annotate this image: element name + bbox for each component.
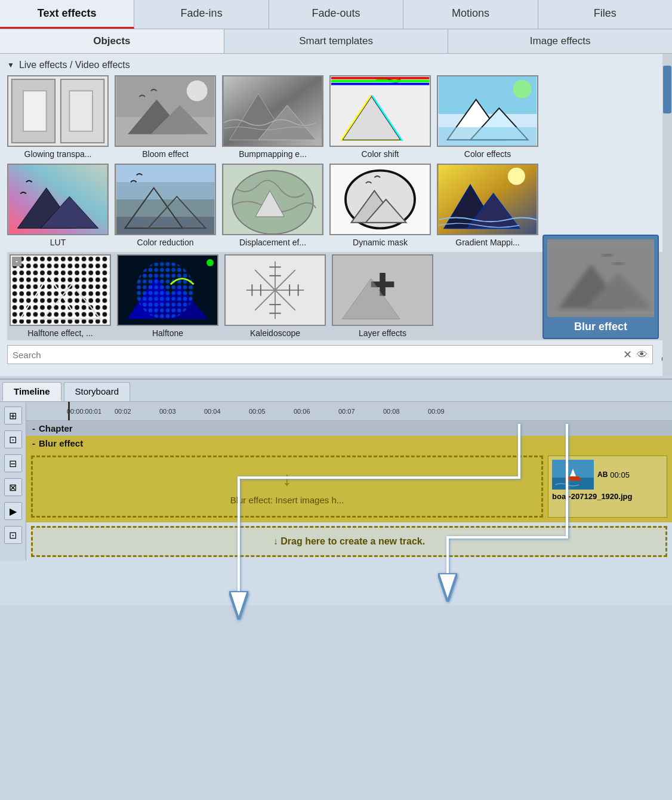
ab-icon: AB bbox=[597, 470, 608, 479]
toolbar-icon-4[interactable]: ⊠ bbox=[4, 478, 22, 496]
section-header: ▼ Live effects / Video effects bbox=[7, 54, 665, 75]
blur-popup-label: Blur effect bbox=[547, 317, 654, 334]
search-bar: ✕ 👁 bbox=[7, 345, 653, 364]
minus-icon[interactable]: - bbox=[12, 257, 21, 266]
effect-gradientmapping[interactable]: Gradient Mappi... bbox=[437, 164, 538, 247]
effect-glowing[interactable]: Glowing transpa... bbox=[7, 75, 109, 159]
effect-label-glowing: Glowing transpa... bbox=[24, 149, 92, 159]
tab-fade-ins[interactable]: Fade-ins bbox=[134, 0, 269, 29]
effect-dynamicmask[interactable]: Dynamic mask bbox=[329, 164, 431, 247]
section-header-label: Live effects / Video effects bbox=[19, 60, 130, 70]
effect-displacement[interactable]: Displacement ef... bbox=[222, 164, 323, 247]
effect-layereffects[interactable]: Layer effects bbox=[332, 254, 433, 338]
blur-track-header: - Blur effect bbox=[26, 436, 672, 451]
ruler-mark-5: 00:06 bbox=[294, 408, 338, 415]
effect-lut[interactable]: LUT bbox=[7, 164, 109, 247]
svg-point-7 bbox=[187, 81, 208, 101]
clear-icon[interactable]: ✕ bbox=[623, 348, 632, 361]
tab-files[interactable]: Files bbox=[538, 0, 672, 29]
ruler-mark-7: 00:08 bbox=[383, 408, 428, 415]
effect-label-kaleidoscope: Kaleidoscope bbox=[250, 328, 300, 338]
toolbar-icon-5[interactable]: ▶ bbox=[4, 502, 22, 520]
search-input[interactable] bbox=[13, 350, 623, 360]
tab-motions[interactable]: Motions bbox=[403, 0, 538, 29]
effect-colorreduction[interactable]: Color reduction bbox=[115, 164, 216, 247]
svg-rect-33 bbox=[116, 182, 214, 199]
blur-effect-popup[interactable]: Blur effect bbox=[542, 235, 659, 339]
svg-marker-86 bbox=[564, 476, 582, 481]
second-tabs: Objects Smart templates Image effects bbox=[0, 29, 672, 54]
effect-label-bumpmapping: Bumpmapping e... bbox=[239, 149, 307, 159]
tab-text-effects[interactable]: Text effects bbox=[0, 0, 134, 29]
collapse-triangle[interactable]: ▼ bbox=[7, 61, 14, 69]
timeline-body: ⊞ ⊡ ⊟ ⊠ ▶ ⊡ 00:00:00:01 00:02 00:03 00: bbox=[0, 402, 672, 561]
tab-fade-outs[interactable]: Fade-outs bbox=[269, 0, 403, 29]
effect-label-halftone2: Halftone bbox=[152, 328, 183, 338]
effect-bloom[interactable]: Bloom effect bbox=[115, 75, 216, 159]
green-dot-icon bbox=[206, 259, 214, 266]
tab-timeline[interactable]: Timeline bbox=[2, 382, 61, 401]
effects-row-1: Glowing transpa... bbox=[7, 75, 665, 159]
ruler-mark-1: 00:02 bbox=[115, 408, 159, 415]
image-clip[interactable]: AB 00:05 boat-207129_1920.jpg bbox=[548, 456, 667, 518]
chapter-row: - Chapter bbox=[26, 421, 672, 436]
svg-point-58 bbox=[136, 261, 194, 319]
blur-track-content: ↓ Blur effect: Insert images h... bbox=[26, 451, 672, 522]
scrollbar-thumb[interactable] bbox=[663, 66, 671, 113]
svg-rect-34 bbox=[116, 199, 214, 217]
tab-objects[interactable]: Objects bbox=[0, 29, 224, 53]
top-tabs: Text effects Fade-ins Fade-outs Motions … bbox=[0, 0, 672, 29]
svg-point-46 bbox=[508, 168, 525, 185]
clip-filename: boat-207129_1920.jpg bbox=[552, 492, 663, 501]
new-track-label: ↓ Drag here to create a new track. bbox=[273, 536, 425, 546]
effect-label-displacement: Displacement ef... bbox=[239, 238, 306, 247]
new-track-drop-area[interactable]: ↓ Drag here to create a new track. bbox=[31, 526, 667, 557]
blur-popup-thumbnail bbox=[547, 239, 654, 317]
timeline-content: 00:00:00:01 00:02 00:03 00:04 00:05 00:0… bbox=[26, 402, 672, 561]
clip-thumb-row: AB 00:05 bbox=[552, 460, 663, 490]
svg-rect-4 bbox=[69, 91, 93, 131]
time-ruler: 00:00:00:01 00:02 00:03 00:04 00:05 00:0… bbox=[26, 402, 672, 421]
svg-rect-3 bbox=[23, 91, 47, 131]
insert-drop-area[interactable]: ↓ Blur effect: Insert images h... bbox=[31, 456, 543, 518]
down-arrow-icon: ↓ bbox=[282, 468, 292, 490]
tab-smart-templates[interactable]: Smart templates bbox=[224, 29, 449, 53]
timeline-tabs: Timeline Storyboard bbox=[0, 380, 672, 402]
ruler-mark-8: 00:09 bbox=[428, 408, 473, 415]
effect-bumpmapping[interactable]: Bumpmapping e... bbox=[222, 75, 323, 159]
chapter-minus[interactable]: - bbox=[32, 423, 35, 433]
effect-label-lut: LUT bbox=[50, 238, 66, 247]
clip-info: AB 00:05 bbox=[597, 470, 630, 479]
ruler-mark-2: 00:03 bbox=[159, 408, 204, 415]
effect-kaleidoscope[interactable]: Kaleidoscope bbox=[224, 254, 326, 338]
toolbar-icon-2[interactable]: ⊡ bbox=[4, 430, 22, 448]
timeline-section: Timeline Storyboard ⊞ ⊡ ⊟ ⊠ ▶ ⊡ 00:0 bbox=[0, 379, 672, 605]
effect-coloreffects[interactable]: Color effects bbox=[437, 75, 538, 159]
scrollbar-track[interactable] bbox=[662, 54, 672, 376]
effect-label-halftone1: Halftone effect, ... bbox=[27, 328, 93, 338]
blur-track-minus[interactable]: - bbox=[32, 438, 35, 448]
toolbar-icon-6[interactable]: ⊡ bbox=[4, 526, 22, 544]
effect-label-colorshift: Color shift bbox=[361, 149, 399, 159]
effect-label-layereffects: Layer effects bbox=[359, 328, 406, 338]
ruler-mark-3: 00:04 bbox=[204, 408, 249, 415]
blur-track-label: Blur effect bbox=[39, 438, 83, 448]
tab-image-effects[interactable]: Image effects bbox=[448, 29, 672, 53]
ruler-mark-0: 00:00:00:01 bbox=[67, 408, 115, 415]
clip-thumbnail bbox=[552, 460, 594, 490]
ruler-mark-4: 00:05 bbox=[249, 408, 294, 415]
toolbar-icon-1[interactable]: ⊞ bbox=[4, 407, 22, 424]
effect-label-coloreffects: Color effects bbox=[464, 149, 511, 159]
chapter-label: Chapter bbox=[39, 423, 73, 433]
timeline-toolbar: ⊞ ⊡ ⊟ ⊠ ▶ ⊡ bbox=[0, 402, 26, 561]
eye-icon[interactable]: 👁 bbox=[637, 349, 648, 361]
effect-halftone2[interactable]: Halftone bbox=[117, 254, 218, 338]
tab-storyboard[interactable]: Storyboard bbox=[64, 382, 130, 401]
ruler-mark-6: 00:07 bbox=[338, 408, 383, 415]
clip-time: 00:05 bbox=[610, 470, 630, 479]
effect-halftone1[interactable]: - Halftone bbox=[10, 254, 111, 338]
effect-label-colorreduction: Color reduction bbox=[137, 238, 194, 247]
effect-colorshift[interactable]: Color shift bbox=[329, 75, 431, 159]
toolbar-icon-3[interactable]: ⊟ bbox=[4, 454, 22, 472]
svg-rect-51 bbox=[11, 256, 109, 325]
